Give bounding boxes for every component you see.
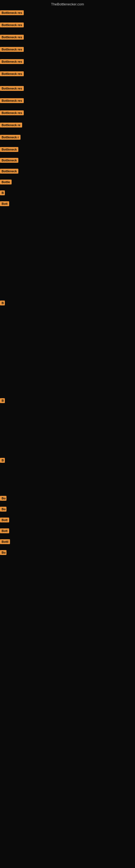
badge-3[interactable]: Bottleneck res [0,35,24,40]
badge-7[interactable]: Bottleneck res [0,86,24,91]
badge-23[interactable]: Bott [0,518,9,522]
badge-12[interactable]: Bottleneck [0,147,18,152]
badge-25[interactable]: Bottl [0,539,10,544]
badge-26[interactable]: Bo [0,550,6,555]
badge-16[interactable]: B [0,190,5,195]
badge-17[interactable]: Bott [0,201,9,206]
badge-18[interactable]: B [0,301,5,305]
badge-8[interactable]: Bottleneck res [0,98,24,103]
badge-1[interactable]: Bottleneck res [0,10,24,15]
badge-21[interactable]: Bo [0,496,6,501]
badge-20[interactable]: B [0,458,5,463]
badge-24[interactable]: Bott [0,528,9,533]
badge-10[interactable]: Bottleneck re [0,123,22,127]
badge-13[interactable]: Bottleneck [0,158,18,163]
badge-4[interactable]: Bottleneck res [0,47,24,52]
badge-14[interactable]: Bottleneck [0,169,18,174]
badge-9[interactable]: Bottleneck res [0,111,24,115]
badge-11[interactable]: Bottleneck r [0,135,20,140]
badge-5[interactable]: Bottleneck res [0,59,24,64]
site-title: TheBottlenecker.com [51,2,84,6]
badge-2[interactable]: Bottleneck res [0,23,24,27]
badge-19[interactable]: B [0,398,5,403]
badge-15[interactable]: Bottle [0,180,12,184]
badge-22[interactable]: Bo [0,507,6,512]
badge-6[interactable]: Bottleneck res [0,71,24,76]
